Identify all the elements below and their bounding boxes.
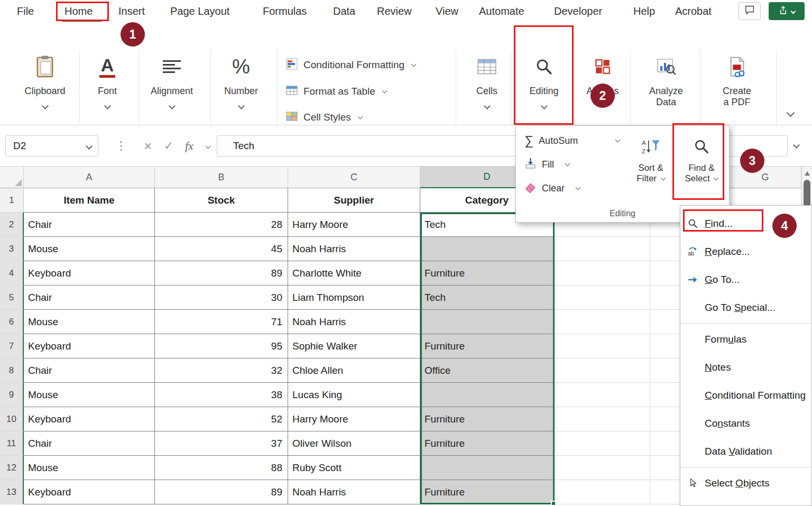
empty-cell[interactable] bbox=[554, 456, 650, 480]
row-header[interactable]: 12 bbox=[0, 456, 24, 480]
cell-stock[interactable]: 45 bbox=[155, 237, 288, 261]
empty-cell[interactable] bbox=[554, 310, 650, 334]
clear-button[interactable]: Clear bbox=[524, 177, 580, 200]
tab-automate[interactable]: Automate bbox=[479, 0, 524, 22]
cell-supplier[interactable]: Liam Thompson bbox=[288, 286, 420, 310]
cell-styles-button[interactable]: Cell Styles bbox=[285, 107, 362, 127]
cell-category[interactable]: Office bbox=[420, 358, 554, 383]
cell-category[interactable] bbox=[420, 456, 554, 480]
fill-button[interactable]: Fill bbox=[524, 153, 569, 176]
tab-insert[interactable]: Insert bbox=[118, 0, 145, 22]
row-header[interactable]: 5 bbox=[0, 286, 24, 310]
column-header-a[interactable]: A bbox=[24, 167, 155, 188]
cell-item-name[interactable]: Mouse bbox=[24, 456, 155, 480]
scroll-up-arrow-icon[interactable] bbox=[805, 171, 810, 176]
sort-filter-button[interactable]: AZ Sort & Filter bbox=[628, 130, 673, 208]
editing-button[interactable]: Editing bbox=[518, 48, 570, 122]
menu-item-constants[interactable]: Constants bbox=[680, 409, 811, 437]
row-header[interactable]: 13 bbox=[0, 480, 24, 504]
cell-supplier[interactable]: Noah Harris bbox=[288, 237, 420, 261]
cell-supplier[interactable]: Noah Harris bbox=[288, 310, 420, 334]
empty-cell[interactable] bbox=[554, 480, 650, 504]
cell-item-name[interactable]: Mouse bbox=[24, 383, 155, 407]
cell-category[interactable]: Furniture bbox=[420, 480, 554, 504]
scrollbar-thumb[interactable] bbox=[804, 180, 810, 207]
formula-bar-expand-chevron-icon[interactable] bbox=[793, 142, 800, 149]
menu-item-formulas[interactable]: Formulas bbox=[680, 325, 811, 353]
empty-cell[interactable] bbox=[554, 407, 650, 431]
tab-file[interactable]: File bbox=[17, 0, 34, 22]
cell-item-name[interactable]: Chair bbox=[24, 431, 155, 456]
row-header[interactable]: 10 bbox=[0, 407, 24, 431]
cell-item-name[interactable]: Keyboard bbox=[24, 261, 155, 286]
cell-item-name[interactable]: Chair bbox=[24, 213, 155, 237]
empty-cell[interactable] bbox=[554, 237, 650, 261]
empty-cell[interactable] bbox=[554, 431, 650, 456]
cell-category[interactable]: Furniture bbox=[420, 261, 554, 286]
tab-data[interactable]: Data bbox=[333, 0, 355, 22]
cell-item-name[interactable]: Chair bbox=[24, 286, 155, 310]
formula-bar-grip[interactable]: ⋮ bbox=[115, 125, 127, 167]
tab-acrobat[interactable]: Acrobat bbox=[675, 0, 712, 22]
menu-item-notes[interactable]: Notes bbox=[680, 353, 811, 381]
column-header-b[interactable]: B bbox=[155, 167, 288, 188]
cell-supplier[interactable]: Chloe Allen bbox=[288, 358, 420, 383]
cell-category[interactable] bbox=[420, 237, 554, 261]
cell-supplier[interactable]: Lucas King bbox=[288, 383, 420, 407]
cell-category[interactable] bbox=[420, 310, 554, 334]
empty-cell[interactable] bbox=[554, 358, 650, 383]
cell-stock[interactable]: 89 bbox=[155, 480, 288, 504]
create-pdf-button[interactable]: Create a PDF bbox=[710, 48, 763, 122]
row-header[interactable]: 3 bbox=[0, 237, 24, 261]
cell-category[interactable]: Tech bbox=[420, 286, 554, 310]
column-header-c[interactable]: C bbox=[288, 167, 420, 188]
select-all-corner[interactable] bbox=[0, 167, 24, 188]
number-button[interactable]: % Number bbox=[215, 48, 267, 122]
tab-home[interactable]: Home bbox=[64, 0, 93, 22]
share-button[interactable] bbox=[769, 2, 805, 20]
cell-category[interactable]: Furniture bbox=[420, 334, 554, 358]
cell-supplier[interactable]: Noah Harris bbox=[288, 480, 420, 504]
cell-stock[interactable]: 32 bbox=[155, 358, 288, 383]
cell-supplier[interactable]: Charlotte White bbox=[288, 261, 420, 286]
fill-handle[interactable] bbox=[551, 501, 556, 506]
menu-item-select-objects[interactable]: Select Objects bbox=[680, 469, 811, 497]
header-supplier[interactable]: Supplier bbox=[288, 188, 420, 213]
cell-supplier[interactable]: Ruby Scott bbox=[288, 456, 420, 480]
font-button[interactable]: A Font bbox=[81, 48, 134, 122]
cell-supplier[interactable]: Sophie Walker bbox=[288, 334, 420, 358]
empty-cell[interactable] bbox=[554, 383, 650, 407]
cell-category[interactable]: Furniture bbox=[420, 431, 554, 456]
header-item-name[interactable]: Item Name bbox=[24, 188, 155, 213]
cell-item-name[interactable]: Keyboard bbox=[24, 480, 155, 504]
clipboard-button[interactable]: Clipboard bbox=[17, 48, 72, 122]
tab-formulas[interactable]: Formulas bbox=[263, 0, 307, 22]
ribbon-collapse-chevron-icon[interactable] bbox=[787, 109, 795, 117]
column-header-g[interactable]: G bbox=[730, 167, 801, 188]
cancel-button[interactable]: × bbox=[144, 125, 152, 167]
cells-button[interactable]: Cells bbox=[460, 48, 513, 122]
row-header[interactable]: 1 bbox=[0, 188, 24, 213]
cell-category[interactable]: Furniture bbox=[420, 407, 554, 431]
format-as-table-button[interactable]: Format as Table bbox=[285, 81, 386, 102]
tab-page-layout[interactable]: Page Layout bbox=[170, 0, 229, 22]
cell-supplier[interactable]: Harry Moore bbox=[288, 407, 420, 431]
cell-item-name[interactable]: Keyboard bbox=[24, 407, 155, 431]
name-box[interactable]: D2 bbox=[5, 135, 98, 157]
row-header[interactable]: 11 bbox=[0, 431, 24, 456]
cell-item-name[interactable]: Keyboard bbox=[24, 334, 155, 358]
tab-review[interactable]: Review bbox=[377, 0, 412, 22]
cell-item-name[interactable]: Mouse bbox=[24, 310, 155, 334]
autosum-button[interactable]: ∑ AutoSum bbox=[524, 129, 620, 152]
cell-stock[interactable]: 30 bbox=[155, 286, 288, 310]
row-header[interactable]: 2 bbox=[0, 213, 24, 237]
cell-supplier[interactable]: Harry Moore bbox=[288, 213, 420, 237]
enter-button[interactable]: ✓ bbox=[164, 125, 173, 167]
insert-function-button[interactable]: fx bbox=[185, 125, 193, 167]
cell-stock[interactable]: 95 bbox=[155, 334, 288, 358]
empty-cell[interactable] bbox=[554, 261, 650, 286]
tab-help[interactable]: Help bbox=[633, 0, 655, 22]
cell-category[interactable] bbox=[420, 383, 554, 407]
cell-stock[interactable]: 28 bbox=[155, 213, 288, 237]
cell-stock[interactable]: 37 bbox=[155, 431, 288, 456]
